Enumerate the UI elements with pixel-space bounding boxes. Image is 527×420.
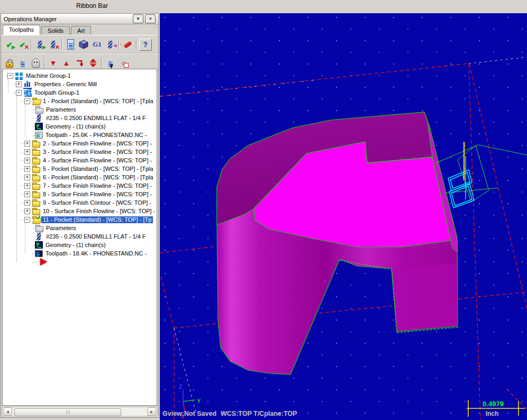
x-icon: ✕ bbox=[55, 44, 60, 51]
tree-expander[interactable]: + bbox=[16, 81, 22, 87]
tree-row[interactable]: Toolpath - 18.4K - PHONESTAND.NC - bbox=[3, 249, 157, 258]
tree-row[interactable]: +Properties - Generic Mill bbox=[3, 80, 157, 88]
panel-dropdown-button[interactable]: ▼ bbox=[133, 14, 143, 23]
tree-row-label: 8 - Surface Finish Flowline - [WCS: TOP]… bbox=[41, 191, 153, 198]
operations-manager-panel: Operations Manager ▼ ✕ ToolpathsSolidsAr… bbox=[1, 13, 159, 418]
tree-row-label: Toolpath - 25.6K - PHONESTAND.NC - bbox=[44, 132, 148, 139]
insert-arrow-marker[interactable] bbox=[40, 258, 47, 266]
tree-row-label: #235 - 0.2500 ENDMILL1 FLAT - 1/4 F bbox=[44, 115, 148, 122]
toolbar-separator bbox=[31, 39, 32, 50]
toggle-toolpath-display-waves-button[interactable]: ≈ bbox=[16, 57, 29, 69]
tree-row[interactable]: +2 - Surface Finish Flowline - [WCS: TOP… bbox=[3, 139, 157, 148]
scroll-left-arrow[interactable]: ◄ bbox=[3, 407, 12, 416]
scroll-insert-arrow-updown-button[interactable] bbox=[86, 57, 99, 69]
folder-icon bbox=[32, 174, 40, 181]
tree-expander[interactable]: + bbox=[24, 149, 30, 155]
parameters-folder-icon bbox=[35, 224, 43, 232]
delete-operations-knife-button[interactable] bbox=[121, 38, 134, 51]
tree-expander[interactable]: − bbox=[16, 90, 22, 96]
tree-row[interactable]: +10 - Surface Finish Flowline - [WCS: TO… bbox=[3, 207, 157, 215]
verify-cube-button[interactable] bbox=[77, 38, 90, 51]
tree-expander[interactable]: + bbox=[24, 166, 30, 172]
backplot-waves-icon: ≈ bbox=[67, 39, 74, 50]
tree-row[interactable]: +8 - Surface Finish Flowline - [WCS: TOP… bbox=[3, 190, 157, 198]
display-selected-toolpaths-waves-cursor-button[interactable]: ≈ bbox=[104, 57, 117, 69]
tree-row-label: 11 - Pocket (Standard) - [WCS: TOP] - [T… bbox=[41, 216, 153, 223]
post-g1-button[interactable]: G1 bbox=[90, 38, 104, 51]
tree-row[interactable]: +3 - Surface Finish Flowline - [WCS: TOP… bbox=[3, 148, 157, 156]
tree-row[interactable]: +4 - Surface Finish Flowline - [WCS: TOP… bbox=[3, 156, 157, 165]
move-insert-arrow-up-button[interactable]: ▲ bbox=[60, 57, 73, 69]
tree-expander[interactable]: − bbox=[7, 73, 13, 79]
tree-row[interactable]: +6 - Pocket (Standard) - [WCS: TOP] - [T… bbox=[3, 173, 157, 181]
tree-row[interactable]: Parameters bbox=[3, 224, 157, 232]
tree-row[interactable]: +5 - Pocket (Standard) - [WCS: TOP] - [T… bbox=[3, 165, 157, 173]
tree-row[interactable]: −Toolpath Group-1 bbox=[3, 88, 157, 97]
tree-expander[interactable]: − bbox=[24, 98, 30, 104]
unselect-all-check-x-button[interactable]: ✔✕ bbox=[16, 38, 29, 51]
axis-y-label: Y bbox=[197, 398, 201, 404]
scrollbar-thumb[interactable] bbox=[14, 408, 121, 416]
regenerate-dirty-tool-x-button[interactable]: ✕ bbox=[47, 38, 60, 51]
folder-check-icon: ✓ bbox=[32, 216, 40, 224]
toolbar-separator bbox=[61, 39, 62, 50]
tree-row[interactable] bbox=[3, 258, 157, 266]
tree-row[interactable]: Geometry - (1) chain(s) bbox=[3, 122, 157, 131]
scroll-right-arrow[interactable]: ► bbox=[147, 407, 156, 416]
tree-expander[interactable]: + bbox=[24, 200, 30, 206]
lock-toolpath-button[interactable] bbox=[3, 57, 16, 69]
tree-row[interactable]: Parameters bbox=[3, 105, 157, 114]
tree-row[interactable]: −1 - Pocket (Standard) - [WCS: TOP] - [T… bbox=[3, 97, 157, 105]
tree-expander[interactable]: + bbox=[24, 208, 30, 214]
gview-status: Gview:Not Saved bbox=[162, 410, 216, 417]
model-canvas[interactable]: Z Y X Gview:Not Saved WCS:TOP T/Cplane:T… bbox=[160, 13, 527, 420]
tree-row[interactable]: −✓11 - Pocket (Standard) - [WCS: TOP] - … bbox=[3, 215, 157, 224]
tab-art[interactable]: Art bbox=[71, 26, 91, 35]
properties-chart-icon bbox=[23, 80, 32, 89]
graphics-viewport[interactable]: Z Y X Gview:Not Saved WCS:TOP T/Cplane:T… bbox=[160, 13, 527, 420]
panel-tabs: ToolpathsSolidsArt bbox=[1, 24, 158, 35]
tree-row-label: 6 - Pocket (Standard) - [WCS: TOP] - [Tp… bbox=[41, 174, 155, 181]
toggle-post-ghost-button[interactable] bbox=[29, 57, 42, 69]
panel-title-bar[interactable]: Operations Manager ▼ ✕ bbox=[1, 14, 158, 24]
tree-horizontal-scrollbar[interactable]: ◄ ► bbox=[2, 407, 157, 416]
triangle-down-icon: ▼ bbox=[50, 59, 57, 67]
cube-icon bbox=[79, 40, 89, 49]
tree-row[interactable]: +9 - Surface Finish Contour - [WCS: TOP]… bbox=[3, 198, 157, 207]
tree-expander[interactable]: + bbox=[24, 183, 30, 189]
tree-row[interactable]: −Machine Group-1 bbox=[3, 71, 157, 80]
endmill-tool-icon bbox=[35, 114, 43, 122]
tree-expander[interactable]: + bbox=[24, 175, 30, 180]
display-associated-geometry-circle-square-button[interactable]: ○ bbox=[117, 57, 130, 69]
tree-row-label: Geometry - (1) chain(s) bbox=[44, 242, 107, 249]
wcs-status: WCS:TOP bbox=[221, 410, 252, 417]
panel-close-button[interactable]: ✕ bbox=[145, 14, 156, 23]
waves-cursor-icon: ≈ bbox=[108, 58, 112, 68]
feed-speeds-tool-arrow-button[interactable]: ➜ bbox=[104, 38, 117, 51]
help-question-button[interactable]: ? bbox=[139, 38, 152, 51]
move-insert-arrow-down-button[interactable]: ▼ bbox=[47, 57, 60, 69]
tree-expander[interactable]: − bbox=[24, 217, 30, 223]
operations-tree[interactable]: −Machine Group-1+Properties - Generic Mi… bbox=[2, 69, 157, 406]
tree-row-label: Properties - Generic Mill bbox=[33, 81, 98, 88]
select-all-check-play-button[interactable]: ✔▶ bbox=[3, 38, 16, 51]
model-right-leg-face bbox=[393, 263, 457, 331]
updown-arrows-icon bbox=[89, 58, 97, 68]
tab-solids[interactable]: Solids bbox=[41, 26, 70, 35]
tree-row-label: 5 - Pocket (Standard) - [WCS: TOP] - [Tp… bbox=[41, 166, 155, 172]
tree-expander[interactable]: + bbox=[24, 158, 30, 163]
backplot-waves-button[interactable]: ≈ bbox=[64, 38, 77, 51]
tab-toolpaths[interactable]: Toolpaths bbox=[3, 25, 40, 35]
regenerate-selected-tool-play-button[interactable]: ▶ bbox=[33, 38, 47, 51]
tree-row[interactable]: Geometry - (1) chain(s) bbox=[3, 241, 157, 249]
tree-row[interactable]: +7 - Surface Finish Flowline - [WCS: TOP… bbox=[3, 181, 157, 190]
tree-expander[interactable]: + bbox=[24, 141, 30, 147]
tree-row[interactable]: Toolpath - 25.6K - PHONESTAND.NC - bbox=[3, 131, 157, 139]
move-insert-arrow-corner-button[interactable] bbox=[73, 57, 86, 69]
folder-icon bbox=[32, 140, 40, 148]
tree-row[interactable]: #235 - 0.2500 ENDMILL1 FLAT - 1/4 F bbox=[3, 232, 157, 241]
tree-row[interactable]: #235 - 0.2500 ENDMILL1 FLAT - 1/4 F bbox=[3, 114, 157, 122]
close-icon: ✕ bbox=[149, 17, 152, 21]
toolpath-waves-icon bbox=[35, 132, 43, 139]
tree-expander[interactable]: + bbox=[24, 191, 30, 197]
